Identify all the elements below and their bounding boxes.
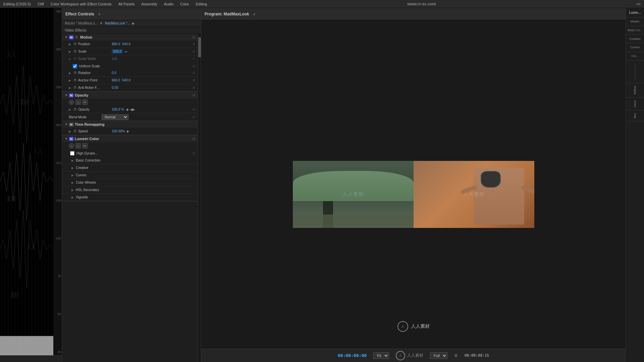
waveform-num-26: 26 [54, 350, 61, 354]
scale-width-expand-icon[interactable]: ▶ [69, 57, 72, 61]
nav-color-workspace[interactable]: Color Workspace with Effect Controls [51, 2, 112, 6]
right-panel-basic-co[interactable]: Basic Co... [627, 27, 643, 33]
time-remapping-header[interactable]: ▼ fx Time Remapping [62, 121, 198, 128]
opacity-section-header[interactable]: ▼ fx Opacity ↺ [62, 92, 198, 99]
monitor-content: 人人素材 人人素材 人 人人素材 [201, 20, 626, 349]
speed-expand-icon[interactable]: ▶ [69, 130, 72, 133]
antiflicker-value[interactable]: 0.00 [112, 86, 118, 89]
rotation-expand-icon[interactable]: ▶ [69, 71, 72, 75]
curves-item[interactable]: ▶ Curves [62, 172, 198, 179]
rotation-stopwatch-icon[interactable]: ⏱ [73, 71, 77, 75]
collapsed-deco-label[interactable]: Deco [633, 99, 637, 109]
position-reset[interactable]: ↺ [192, 42, 195, 46]
hsl-secondary-item[interactable]: ▶ HSL Secondary [62, 186, 198, 194]
opacity-ellipse-tool[interactable]: ○ [69, 100, 74, 105]
lumetri-reset-icon[interactable]: ↺ [192, 137, 195, 141]
position-stopwatch-icon[interactable]: ⏱ [73, 42, 77, 46]
motion-stopwatch-icon: ⏱ [75, 36, 78, 39]
effect-controls-menu-icon[interactable]: ≡ [98, 12, 100, 16]
svg-text:素材: 素材 [20, 98, 29, 106]
vignette-item[interactable]: ▶ Vignette [62, 194, 198, 201]
opacity-rect-tool[interactable]: □ [75, 100, 81, 105]
scale-width-reset[interactable]: ↺ [192, 57, 195, 61]
anchor-point-expand-icon[interactable]: ▶ [69, 79, 72, 82]
antiflicker-expand-icon[interactable]: ▶ [69, 86, 72, 89]
position-expand-icon[interactable]: ▶ [69, 43, 72, 46]
position-property-row: ▶ ⏱ Position 960.0 540.0 ↺ [62, 41, 198, 48]
anchor-stopwatch-icon[interactable]: ⏱ [73, 78, 77, 82]
anchor-y-value[interactable]: 540.0 [122, 78, 130, 82]
rotation-reset[interactable]: ↺ [192, 71, 195, 75]
nav-editing[interactable]: Editing [196, 2, 207, 6]
uniform-scale-checkbox[interactable] [73, 64, 77, 68]
sequence-name[interactable]: Master * MadMaxLo... [65, 21, 98, 25]
nav-editing-css[interactable]: Editing (CSS5.5) [3, 2, 31, 6]
nav-cliff[interactable]: Cliff [38, 2, 44, 6]
high-dynamic-checkbox[interactable] [70, 151, 74, 156]
nav-color[interactable]: Color [180, 2, 189, 6]
anchor-reset[interactable]: ↺ [192, 78, 195, 82]
right-panel-cor[interactable]: Cor... [627, 53, 643, 59]
rotation-value[interactable]: 0.0 [112, 71, 116, 75]
monitor-menu-icon[interactable]: ≡ [253, 12, 255, 16]
motion-section-header[interactable]: ▼ fx ⏱ Motion ↺ [62, 34, 198, 41]
lumetri-pen-tool[interactable]: ✏ [82, 143, 88, 148]
right-panel-creative[interactable]: Creative [627, 36, 643, 42]
quality-dropdown[interactable]: Full [430, 352, 447, 359]
scale-reset[interactable]: ↺ [192, 50, 195, 53]
waveform-num-280: 280 [54, 10, 61, 13]
lumetri-ellipse-tool[interactable]: ○ [69, 143, 74, 148]
clip-name[interactable]: MadMaxLook *... [105, 21, 130, 25]
anchor-x-value[interactable]: 960.0 [112, 78, 120, 82]
timecode-start[interactable]: 00:00:00:00 [338, 353, 367, 358]
opacity-section: ▼ fx Opacity ↺ ○ □ ✏ ▶ ⏱ O [62, 92, 198, 121]
scale-width-value[interactable]: 100. [112, 57, 118, 61]
collapsed-blur-label[interactable]: Blur [633, 112, 637, 120]
opacity-reset[interactable]: ↺ [192, 108, 195, 111]
lumetri-rect-tool[interactable]: □ [75, 143, 81, 148]
nav-all-panels[interactable]: All Panels [118, 2, 135, 6]
scale-expand-icon[interactable]: ▶ [69, 50, 72, 53]
opacity-stopwatch-icon[interactable]: ⏱ [73, 108, 77, 111]
waveform-scale: 280 255 230 204 153 128 102 76 51 26 [53, 8, 62, 355]
basic-correction-item[interactable]: ▶ Basic Correction [62, 157, 198, 164]
position-y-value[interactable]: 540.0 [122, 42, 130, 46]
blend-reset[interactable]: ↺ [192, 115, 195, 119]
uniform-scale-reset[interactable]: ↺ [192, 64, 195, 68]
scale-value[interactable]: 500.0 [112, 49, 123, 54]
scale-width-stopwatch-icon[interactable]: ⏱ [73, 57, 77, 61]
collapsed-refine-label[interactable]: Refine [633, 84, 637, 96]
settings-icon[interactable]: ⚙ [454, 353, 458, 358]
nav-assembly[interactable]: Assembly [141, 2, 157, 6]
antiflicker-reset[interactable]: ↺ [192, 86, 195, 89]
position-x-value[interactable]: 960.0 [112, 42, 120, 46]
ground-left [293, 215, 414, 228]
motion-reset-icon[interactable]: ↺ [192, 36, 195, 39]
right-panel-curves[interactable]: Curves [627, 45, 643, 50]
opacity-expand-icon[interactable]: ▶ [69, 108, 72, 111]
lumetri-color-header[interactable]: ▼ fx Lumetri Color ↺ [62, 135, 198, 142]
color-wheels-item[interactable]: ▶ Color Wheels [62, 179, 198, 186]
more-panels-icon[interactable]: >> [636, 2, 641, 6]
antiflicker-label: Anti-flicker F... [78, 86, 112, 89]
nav-audio[interactable]: Audio [164, 2, 173, 6]
creative-item[interactable]: ▶ Creative [62, 164, 198, 172]
antiflicker-stopwatch-icon[interactable]: ⏱ [73, 86, 77, 89]
fit-dropdown[interactable]: Fit [373, 352, 389, 359]
opacity-value[interactable]: 100.0 % [112, 108, 124, 111]
effect-controls-content[interactable]: ▼ fx ⏱ Motion ↺ ▶ ⏱ Position 960.0 540.0… [62, 34, 198, 362]
blend-mode-select[interactable]: Normal Multiply Screen Overlay [102, 114, 128, 120]
curves-label: Curves [76, 173, 87, 177]
right-panel-master[interactable]: Master [627, 19, 643, 24]
scroll-track[interactable] [198, 34, 201, 362]
opacity-reset-icon[interactable]: ↺ [192, 94, 195, 97]
speed-stopwatch-icon[interactable]: ⏱ [73, 129, 77, 133]
speed-value[interactable]: 100.00% [112, 129, 125, 133]
opacity-pen-tool[interactable]: ✏ [82, 100, 88, 105]
scroll-thumb[interactable] [198, 37, 201, 57]
high-dynamic-reset[interactable]: ↺ [192, 152, 195, 155]
rotation-property-row: ▶ ⏱ Rotation 0.0 ↺ [62, 69, 198, 77]
waveform-num-153: 153 [54, 161, 61, 165]
vignette-expand-icon: ▶ [71, 196, 74, 199]
scale-stopwatch-icon[interactable]: ⏱ [73, 50, 77, 53]
